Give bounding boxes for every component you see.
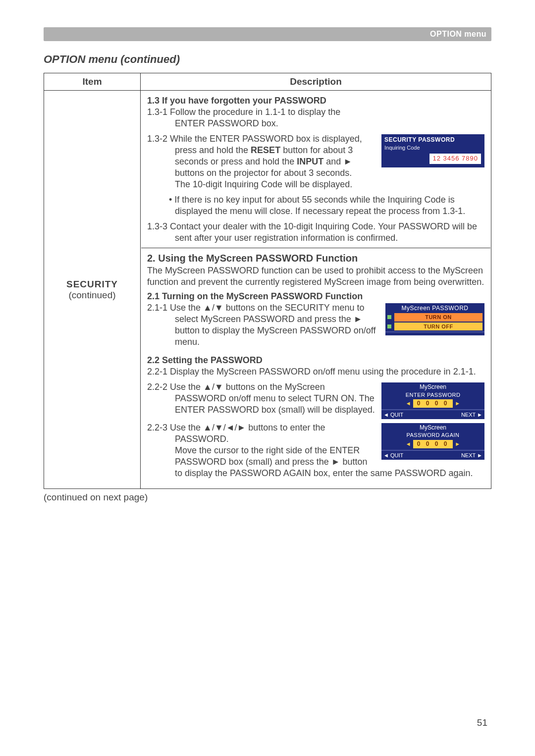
fig-epw-line2: ENTER PASSWORD <box>381 391 484 399</box>
figure-security-password: SECURITY PASSWORD Inquiring Code 12 3456… <box>381 134 484 167</box>
option-table: Item Description SECURITY (continued) 1.… <box>44 73 491 489</box>
page-number: 51 <box>477 717 487 728</box>
figure-myscreen-menu: MyScreen PASSWORD TURN ON TURN OFF <box>385 303 484 335</box>
col-description: Description <box>141 73 491 91</box>
continued-note: (continued on next page) <box>44 492 491 503</box>
page: OPTION menu OPTION menu (continued) Item… <box>0 0 535 756</box>
step-1-3-2-note: • If there is no key input for about 55 … <box>147 194 484 217</box>
step-1-3-2-block: SECURITY PASSWORD Inquiring Code 12 3456… <box>147 133 484 221</box>
step-2-2-1: 2.2-1 Display the MyScreen PASSWORD on/o… <box>147 366 484 378</box>
triangle-left-icon: ◄ <box>406 400 411 407</box>
fig-pwa-next: NEXT ► <box>461 452 482 459</box>
fig-secpass-code: 12 3456 7890 <box>429 154 481 164</box>
triangle-right-icon: ► <box>455 440 460 447</box>
section-2-intro: The MyScreen PASSWORD function can be us… <box>147 265 484 288</box>
table-row: SECURITY (continued) 1.3 If you have for… <box>44 91 491 489</box>
fig-epw-quit: ◄ QUIT <box>383 411 403 418</box>
triangle-right-icon: ► <box>455 400 460 407</box>
figure-enter-password: MyScreen ENTER PASSWORD ◄ 0 0 0 0 ► ◄ QU… <box>381 382 484 419</box>
fig-pwa-digits: 0 0 0 0 <box>413 440 453 448</box>
heading-2: 2. Using the MyScreen PASSWORD Function <box>147 252 484 265</box>
item-name: SECURITY <box>45 279 140 290</box>
bullet-icon <box>387 315 391 319</box>
heading-2-2: 2.2 Setting the PASSWORD <box>147 355 484 366</box>
figure-password-again: MyScreen PASSWORD AGAIN ◄ 0 0 0 0 ► ◄ QU… <box>381 423 484 460</box>
bullet-icon <box>387 324 391 328</box>
fig-epw-digits: 0 0 0 0 <box>413 399 453 408</box>
step-2-1-1-block: MyScreen PASSWORD TURN ON TURN OFF 2.1-1… <box>147 302 484 352</box>
fig-epw-next: NEXT ► <box>461 411 482 418</box>
description-cell: 1.3 If you have forgotten your PASSWORD … <box>141 91 491 489</box>
step-2-2-2-block: MyScreen ENTER PASSWORD ◄ 0 0 0 0 ► ◄ QU… <box>147 381 484 422</box>
header-bar: OPTION menu <box>44 27 491 41</box>
heading-1-3: 1.3 If you have forgotten your PASSWORD <box>147 95 484 107</box>
step-1-3-3: 1.3-3 Contact your dealer with the 10-di… <box>147 221 484 244</box>
fig-epw-line1: MyScreen <box>381 382 484 391</box>
header-title: OPTION menu <box>430 30 486 39</box>
item-cell: SECURITY (continued) <box>44 91 141 489</box>
fig-pwa-quit: ◄ QUIT <box>383 452 403 459</box>
fig-pwa-line1: MyScreen <box>381 423 484 432</box>
fig-secpass-sub: Inquiring Code <box>384 144 482 151</box>
step-1-3-1: 1.3-1 Follow the procedure in 1.1-1 to d… <box>147 107 484 129</box>
fig-turn-off: TURN OFF <box>394 323 482 330</box>
table-header-row: Item Description <box>44 73 491 91</box>
heading-2-1: 2.1 Turning on the MyScreen PASSWORD Fun… <box>147 291 484 302</box>
divider <box>141 248 490 248</box>
fig-myscreen-title: MyScreen PASSWORD <box>385 303 484 313</box>
item-continued: (continued) <box>45 290 140 301</box>
section-title: OPTION menu (continued) <box>44 53 491 66</box>
fig-turn-on: TURN ON <box>394 313 482 321</box>
step-2-2-3-block: MyScreen PASSWORD AGAIN ◄ 0 0 0 0 ► ◄ QU… <box>147 422 484 483</box>
fig-secpass-title: SECURITY PASSWORD <box>384 136 482 144</box>
triangle-left-icon: ◄ <box>406 440 411 447</box>
col-item: Item <box>44 73 141 91</box>
fig-pwa-line2: PASSWORD AGAIN <box>381 432 484 439</box>
